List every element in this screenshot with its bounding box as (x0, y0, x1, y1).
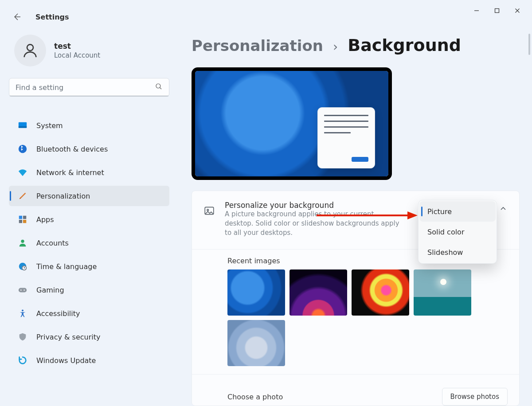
sidebar-item-label: Bluetooth & devices (36, 145, 108, 153)
dropdown-option-solid-color[interactable]: Solid color (419, 222, 496, 242)
sidebar-item-label: Windows Update (36, 356, 96, 365)
breadcrumb-parent[interactable]: Personalization (192, 37, 323, 55)
svg-point-22 (22, 310, 23, 312)
chevron-up-icon[interactable] (495, 201, 511, 217)
svg-point-15 (21, 240, 24, 243)
svg-rect-13 (19, 220, 22, 223)
sidebar-item-label: Accounts (36, 239, 69, 247)
svg-rect-14 (23, 220, 26, 223)
sidebar-item-label: Gaming (36, 286, 64, 294)
svg-rect-1 (495, 9, 499, 13)
dropdown-option-label: Solid color (427, 228, 464, 236)
personalize-title: Personalize your background (225, 201, 402, 210)
sidebar-item-label: Apps (36, 215, 54, 224)
scrollbar[interactable] (528, 34, 530, 55)
svg-rect-11 (19, 216, 22, 219)
browse-photos-button[interactable]: Browse photos (442, 388, 508, 406)
sidebar-item-label: Time & language (36, 262, 97, 271)
profile-subtitle: Local Account (54, 51, 100, 59)
svg-line-7 (160, 87, 161, 89)
window-titlebar (0, 0, 532, 21)
app-title: Settings (35, 13, 69, 21)
paintbrush-icon (18, 191, 27, 201)
shield-icon (18, 332, 27, 342)
svg-point-21 (23, 289, 25, 291)
sidebar-item-label: System (36, 121, 63, 130)
profile-name: test (54, 42, 100, 51)
sidebar-item-network[interactable]: Network & internet (9, 162, 169, 183)
sidebar-item-bluetooth[interactable]: Bluetooth & devices (9, 139, 169, 159)
preview-sample-window (317, 107, 375, 168)
sidebar-item-label: Privacy & security (36, 333, 100, 341)
personalize-background-row: Personalize your background A picture ba… (192, 191, 519, 250)
svg-point-6 (156, 84, 160, 88)
accessibility-icon (18, 308, 27, 318)
update-icon (18, 355, 27, 365)
sidebar-item-gaming[interactable]: Gaming (9, 280, 169, 300)
background-preview (192, 67, 392, 180)
dropdown-option-label: Picture (427, 207, 452, 216)
profile-block[interactable]: test Local Account (9, 32, 169, 78)
svg-point-5 (27, 44, 33, 51)
recent-image-thumb[interactable] (352, 269, 409, 316)
recent-images-grid (192, 269, 519, 375)
sidebar-item-privacy[interactable]: Privacy & security (9, 327, 169, 347)
choose-photo-label: Choose a photo (227, 393, 283, 401)
recent-image-thumb[interactable] (227, 269, 285, 316)
avatar (14, 35, 46, 66)
svg-point-20 (20, 289, 22, 291)
dropdown-option-picture[interactable]: Picture (419, 201, 496, 222)
search-icon (155, 82, 163, 92)
close-button[interactable] (507, 2, 528, 19)
sidebar-item-accessibility[interactable]: Accessibility (9, 303, 169, 324)
sidebar-item-update[interactable]: Windows Update (9, 350, 169, 371)
sidebar-item-label: Accessibility (36, 309, 80, 318)
recent-image-thumb[interactable] (289, 269, 347, 316)
sidebar-item-personalization[interactable]: Personalization (9, 186, 169, 206)
personalize-description: A picture background applies to your cur… (225, 210, 402, 238)
sidebar-item-label: Network & internet (36, 168, 104, 177)
chevron-right-icon: › (333, 41, 338, 53)
svg-rect-9 (19, 126, 27, 128)
svg-point-24 (207, 209, 208, 211)
minimize-button[interactable] (466, 2, 487, 19)
svg-point-10 (19, 145, 27, 153)
sidebar-item-time[interactable]: Time & language (9, 256, 169, 277)
svg-rect-19 (19, 288, 27, 292)
search-input[interactable] (16, 83, 149, 92)
back-button[interactable] (9, 9, 25, 25)
wifi-icon (18, 168, 27, 177)
background-type-dropdown[interactable]: Picture Solid color Slideshow (418, 200, 497, 264)
page-title: Background (348, 35, 461, 55)
breadcrumb: Personalization › Background (192, 35, 520, 55)
recent-image-thumb[interactable] (414, 269, 471, 316)
maximize-button[interactable] (487, 2, 507, 19)
sidebar-item-label: Personalization (36, 192, 90, 200)
search-box[interactable] (9, 78, 169, 97)
sidebar-item-apps[interactable]: Apps (9, 209, 169, 230)
system-icon (18, 121, 27, 130)
apps-icon (18, 215, 27, 224)
svg-rect-12 (23, 216, 26, 219)
picture-icon (203, 205, 215, 219)
globe-clock-icon (18, 262, 27, 271)
dropdown-option-label: Slideshow (427, 248, 463, 257)
account-icon (18, 238, 27, 248)
sidebar-item-system[interactable]: System (9, 115, 169, 136)
sidebar-item-accounts[interactable]: Accounts (9, 233, 169, 253)
gamepad-icon (18, 285, 27, 295)
dropdown-option-slideshow[interactable]: Slideshow (419, 242, 496, 262)
bluetooth-icon (18, 144, 27, 154)
recent-image-thumb[interactable] (227, 320, 285, 366)
